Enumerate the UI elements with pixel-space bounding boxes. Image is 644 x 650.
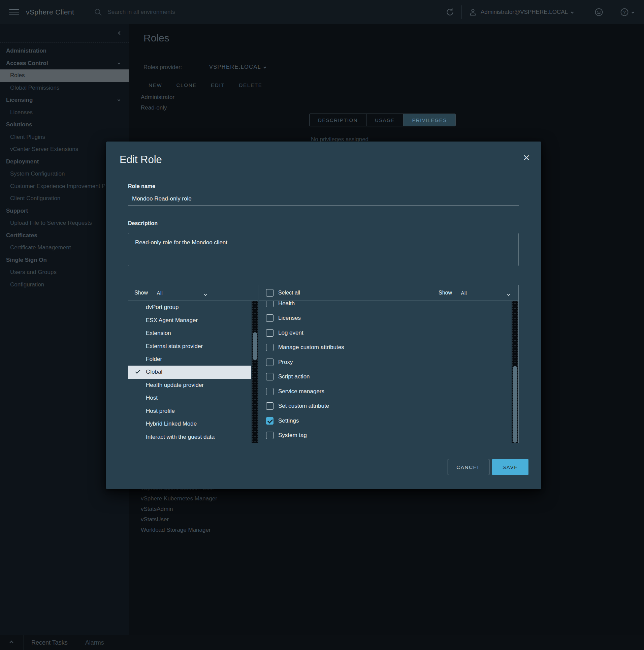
select-all-label: Select all [278,290,300,296]
category-row[interactable]: Interact with the guest data [128,430,251,443]
privilege-label: Set custom attribute [278,403,329,409]
sidebar-item[interactable]: Global Permissions [0,82,129,94]
sidebar-item-label: Support [6,208,28,214]
tab[interactable]: USAGE [366,114,404,126]
help-chevron-icon [632,11,634,13]
toolbar-button[interactable]: CLONE [176,82,197,88]
categories-panel: Show All dvPort group [128,285,258,443]
sidebar-collapse-icon[interactable] [118,31,122,35]
description-textarea[interactable]: Read-only role for the Mondoo client [128,233,519,266]
privilege-checkbox[interactable] [266,388,273,395]
sidebar-item-label: Deployment [6,158,39,165]
header-divider [461,5,462,19]
roles-toolbar: NEW CLONE EDIT DELETE [149,82,262,88]
search-input[interactable] [107,9,252,16]
category-row[interactable]: External stats provider [128,340,251,352]
privileges-show-dropdown[interactable]: All [461,287,510,298]
sidebar-item-label: Licensing [6,97,33,103]
sidebar-item[interactable]: Access Control [0,57,129,70]
category-row[interactable]: ESX Agent Manager [128,314,251,327]
sidebar-item-label: System Configuration [10,171,65,177]
tab[interactable]: PRIVILEGES [403,114,455,126]
privilege-checkbox[interactable] [266,417,273,425]
hamburger-menu-icon[interactable] [9,7,19,17]
privilege-checkbox[interactable] [266,402,273,410]
privilege-row[interactable]: Service managers [259,384,512,399]
role-list-item[interactable]: vSphere Kubernetes Manager [141,493,217,504]
chevron-down-icon [118,98,120,101]
role-list-item[interactable]: Workload Storage Manager [141,525,217,535]
role-list-item[interactable]: Administrator [141,92,174,102]
role-name-label: Role name [128,183,155,189]
sidebar-item-label: vCenter Server Extensions [10,146,78,153]
privileges-list: Health Licenses Log event [259,301,512,443]
privilege-checkbox[interactable] [266,329,273,337]
scrollbar-thumb[interactable] [253,332,257,360]
categories-scrollbar[interactable] [252,301,258,443]
privilege-checkbox[interactable] [266,314,273,322]
category-label: ESX Agent Manager [146,317,198,324]
privilege-row[interactable]: Script action [259,370,512,384]
privilege-checkbox[interactable] [266,359,273,366]
role-list-item[interactable]: vStatsUser [141,514,217,525]
category-row[interactable]: Host profile [128,405,251,417]
toolbar-button[interactable]: NEW [149,82,162,88]
categories-show-dropdown[interactable]: All [157,287,206,298]
privilege-label: Script action [278,373,310,380]
category-row[interactable]: Hybrid Linked Mode [128,417,251,430]
bottom-bar: Recent Tasks Alarms [0,635,644,650]
close-icon[interactable]: × [520,152,533,164]
user-menu-label: Administrator@VSPHERE.LOCAL [481,9,568,16]
category-row[interactable]: Folder [128,353,251,366]
privilege-checkbox[interactable] [266,432,273,439]
user-menu[interactable]: Administrator@VSPHERE.LOCAL [469,8,573,17]
refresh-icon[interactable] [445,7,455,17]
role-list-item[interactable]: vStatsAdmin [141,504,217,514]
category-row[interactable]: Global [128,366,251,378]
sidebar-item-label: Licenses [10,109,33,116]
roles-provider-dropdown[interactable]: VSPHERE.LOCAL [209,64,266,70]
select-all-checkbox[interactable] [266,289,273,297]
roles-provider-label: Roles provider: [143,64,182,71]
toolbar-button[interactable]: DELETE [239,82,262,88]
privilege-row[interactable]: Licenses [259,311,512,326]
sidebar-item[interactable]: Licensing [0,94,129,106]
tab[interactable]: DESCRIPTION [310,114,366,126]
sidebar-item[interactable]: Administration [0,45,129,57]
sidebar-item[interactable]: Solutions [0,119,129,131]
top-header-bar: vSphere Client [0,0,644,24]
privilege-checkbox[interactable] [266,344,273,351]
sidebar-item-label: Certificate Management [10,244,71,251]
scrollbar-thumb[interactable] [513,366,517,443]
privilege-row[interactable]: Proxy [259,355,512,370]
role-list-item[interactable]: Read-only [141,102,174,113]
category-row[interactable]: dvPort group [128,301,251,314]
category-row[interactable]: Health update provider [128,379,251,392]
sidebar-item-label: Single Sign On [6,257,47,264]
privilege-row[interactable]: Health [259,301,512,311]
privileges-scrollbar[interactable] [512,301,518,443]
save-button[interactable]: SAVE [492,459,528,475]
chevron-up-icon[interactable] [9,641,13,644]
toolbar-button[interactable]: EDIT [211,82,225,88]
privilege-row[interactable]: Log event [259,326,512,340]
privilege-checkbox[interactable] [266,301,273,307]
category-row[interactable]: Host [128,392,251,404]
feedback-smiley-icon[interactable] [594,7,604,17]
privilege-row[interactable]: Manage custom attributes [259,340,512,355]
privilege-label: Health [278,301,295,307]
privilege-row[interactable]: Set custom attribute [259,399,512,414]
privilege-label: Settings [278,417,299,424]
sidebar-item[interactable]: Roles [0,69,129,82]
roles-provider-value: VSPHERE.LOCAL [209,64,261,70]
role-name-input[interactable] [128,192,519,206]
privilege-row[interactable]: Settings [259,413,512,428]
alarms-tab[interactable]: Alarms [85,639,104,646]
category-row[interactable]: Extension [128,327,251,340]
recent-tasks-tab[interactable]: Recent Tasks [31,639,68,646]
cancel-button[interactable]: CANCEL [448,459,489,475]
privilege-row[interactable]: System tag [259,428,512,443]
sidebar-item[interactable]: Licenses [0,106,129,119]
privilege-checkbox[interactable] [266,373,273,380]
help-icon[interactable]: ? [620,7,629,17]
